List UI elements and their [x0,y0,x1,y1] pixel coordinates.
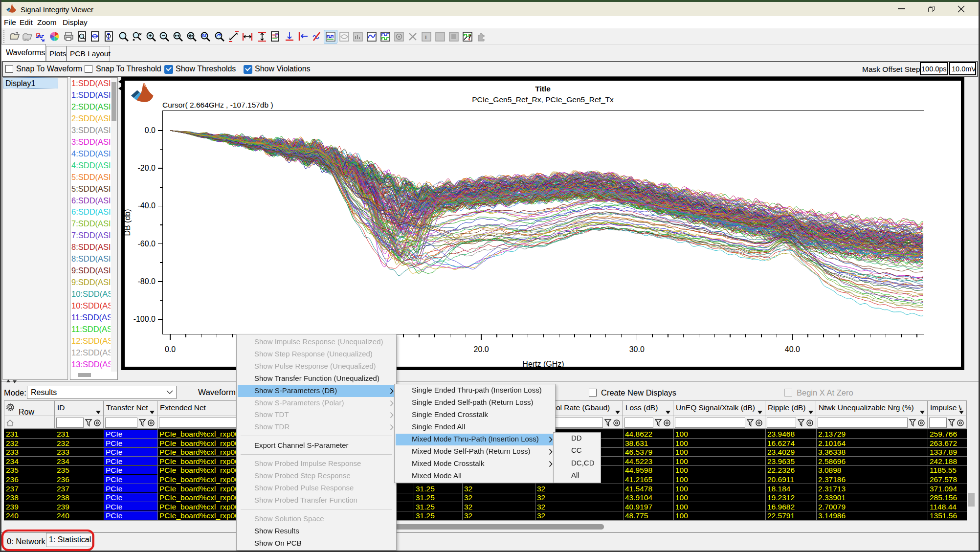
svg-text:i: i [425,33,427,41]
svg-text:T: T [276,34,278,37]
